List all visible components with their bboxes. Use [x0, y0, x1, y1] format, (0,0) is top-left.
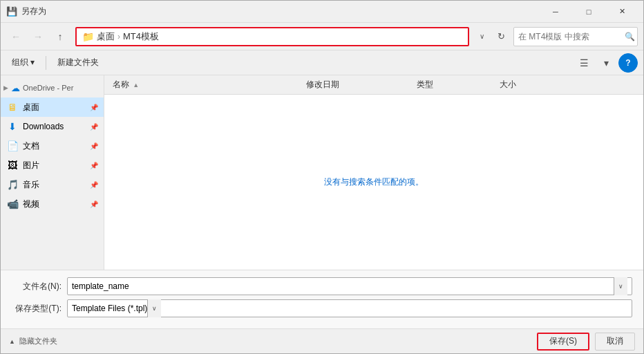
sidebar: ▶ ☁ OneDrive - Per 🖥 桌面 📌 ⬇ Downloads 📌 … [1, 75, 104, 270]
col-size-header[interactable]: 大小 [497, 79, 552, 91]
toolbar: 组织 ▾ 新建文件夹 ☰ ▾ ? [1, 50, 643, 75]
sidebar-item-pictures[interactable]: 🖼 图片 📌 [1, 156, 104, 175]
forward-button[interactable]: → [28, 27, 48, 46]
filename-field[interactable]: ∨ [67, 277, 632, 295]
pin-icon-music: 📌 [90, 181, 98, 189]
search-input[interactable] [518, 32, 622, 41]
music-icon: 🎵 [6, 179, 19, 190]
onedrive-label: OneDrive - Per [23, 84, 73, 92]
sidebar-item-videos[interactable]: 📹 视频 📌 [1, 194, 104, 214]
filename-input[interactable] [72, 281, 614, 291]
maximize-button[interactable]: □ [573, 1, 605, 23]
title-text: 另存为 [21, 6, 46, 17]
toolbar-separator [46, 56, 46, 70]
filetype-dropdown-button[interactable]: ∨ [147, 299, 161, 317]
arrow-up-icon: ▲ [9, 338, 15, 345]
sort-arrow: ▲ [133, 82, 139, 88]
minimize-button[interactable]: ─ [540, 1, 571, 23]
footer-buttons: 保存(S) 取消 [537, 333, 635, 351]
sidebar-item-documents-label: 文档 [23, 140, 86, 152]
breadcrumb-dropdown-button[interactable]: ∨ [475, 27, 489, 46]
pin-icon-pics: 📌 [90, 162, 98, 169]
close-button[interactable]: ✕ [606, 1, 638, 23]
main-area: ▶ ☁ OneDrive - Per 🖥 桌面 📌 ⬇ Downloads 📌 … [1, 75, 643, 270]
sidebar-item-downloads-label: Downloads [23, 122, 86, 131]
downloads-icon: ⬇ [6, 121, 19, 132]
view-dropdown-button[interactable]: ▾ [596, 53, 616, 73]
pin-icon-downloads: 📌 [90, 123, 98, 131]
col-type-header[interactable]: 类型 [414, 79, 497, 91]
help-button[interactable]: ? [618, 53, 638, 73]
bottom-area: 文件名(N): ∨ 保存类型(T): Template Files (*.tpl… [1, 270, 643, 328]
filetype-field[interactable]: Template Files (*.tpl) ∨ [67, 299, 632, 317]
onedrive-icon: ☁ [11, 83, 20, 93]
col-name-header[interactable]: 名称 ▲ [110, 79, 303, 91]
pin-icon-videos: 📌 [90, 201, 98, 208]
up-button[interactable]: ↑ [50, 27, 70, 46]
pin-icon: 📌 [90, 104, 98, 111]
sidebar-item-videos-label: 视频 [23, 198, 86, 210]
empty-message: 没有与搜索条件匹配的项。 [324, 176, 424, 188]
view-button[interactable]: ☰ [574, 53, 594, 73]
sidebar-item-music-label: 音乐 [23, 179, 86, 191]
title-controls: ─ □ ✕ [540, 1, 638, 23]
organize-button[interactable]: 组织 ▾ [6, 53, 40, 73]
sidebar-item-documents[interactable]: 📄 文档 📌 [1, 136, 104, 156]
sidebar-item-music[interactable]: 🎵 音乐 📌 [1, 175, 104, 194]
filename-dropdown-button[interactable]: ∨ [614, 277, 627, 295]
filetype-row: 保存类型(T): Template Files (*.tpl) ∨ [12, 299, 632, 317]
breadcrumb-path1: 桌面 [97, 30, 115, 43]
content-area: 名称 ▲ 修改日期 类型 大小 没有与搜索条件匹配的项。 [104, 75, 643, 270]
desktop-icon: 🖥 [6, 102, 19, 113]
title-icon: 💾 [6, 6, 17, 17]
save-as-dialog: 💾 另存为 ─ □ ✕ ← → ↑ 📁 桌面 › MT4模板 ∨ ↻ 🔍 组织 … [0, 0, 644, 354]
cancel-button[interactable]: 取消 [595, 333, 635, 351]
sidebar-item-downloads[interactable]: ⬇ Downloads 📌 [1, 117, 104, 136]
breadcrumb-bar[interactable]: 📁 桌面 › MT4模板 [75, 27, 469, 46]
footer: ▲ 隐藏文件夹 保存(S) 取消 [1, 328, 643, 353]
filename-row: 文件名(N): ∨ [12, 277, 632, 295]
save-button[interactable]: 保存(S) [537, 333, 589, 351]
filetype-label: 保存类型(T): [12, 303, 67, 315]
content-empty: 没有与搜索条件匹配的项。 [104, 95, 643, 270]
breadcrumb-sep: › [117, 32, 120, 41]
sidebar-item-desktop-label: 桌面 [23, 102, 86, 113]
expand-arrow-icon: ▶ [3, 84, 8, 91]
sidebar-item-desktop[interactable]: 🖥 桌面 📌 [1, 97, 104, 117]
breadcrumb-path2: MT4模板 [123, 30, 159, 43]
sidebar-item-pictures-label: 图片 [23, 160, 86, 171]
hide-folders-toggle[interactable]: ▲ 隐藏文件夹 [9, 336, 57, 346]
sidebar-expander-onedrive[interactable]: ▶ ☁ OneDrive - Per [1, 78, 104, 97]
breadcrumb-folder-icon: 📁 [82, 31, 94, 42]
toolbar-right: ☰ ▾ ? [574, 53, 638, 73]
column-header: 名称 ▲ 修改日期 类型 大小 [104, 75, 643, 95]
back-button[interactable]: ← [6, 27, 26, 46]
filetype-value: Template Files (*.tpl) [72, 304, 147, 313]
title-bar: 💾 另存为 ─ □ ✕ [1, 1, 643, 23]
nav-bar: ← → ↑ 📁 桌面 › MT4模板 ∨ ↻ 🔍 [1, 23, 643, 50]
col-date-header[interactable]: 修改日期 [303, 79, 414, 91]
videos-icon: 📹 [6, 198, 19, 209]
refresh-button[interactable]: ↻ [491, 27, 511, 46]
hide-folders-label: 隐藏文件夹 [19, 336, 57, 346]
documents-icon: 📄 [6, 140, 19, 151]
search-icon: 🔍 [625, 32, 635, 41]
filename-label: 文件名(N): [12, 281, 67, 292]
pin-icon-docs: 📌 [90, 142, 98, 150]
title-bar-left: 💾 另存为 [6, 6, 46, 17]
pictures-icon: 🖼 [6, 160, 19, 171]
new-folder-button[interactable]: 新建文件夹 [52, 53, 104, 73]
search-box: 🔍 [513, 27, 638, 46]
